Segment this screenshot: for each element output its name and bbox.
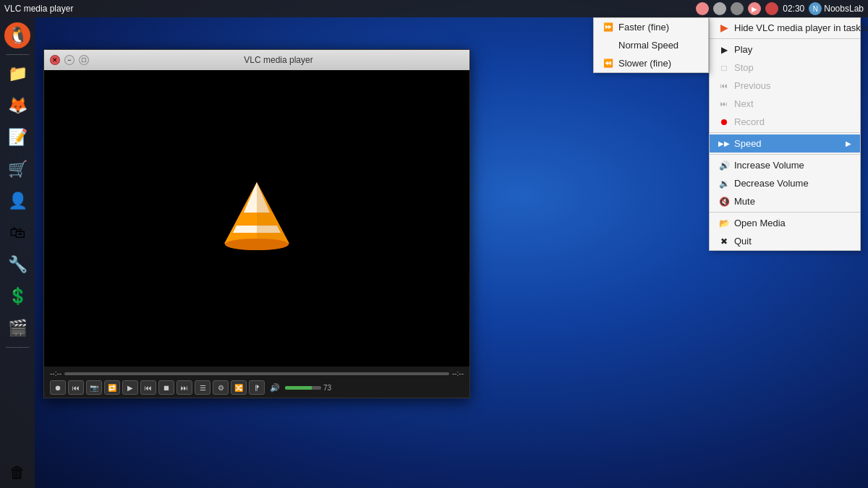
menu-item-decrease-volume-label: Decrease Volume: [734, 178, 809, 189]
vlc-titlebar: ✕ − □ VLC media player: [44, 50, 469, 70]
vlc-volume-icon: 🔊: [270, 383, 280, 393]
menu-item-record-label: Record: [734, 116, 765, 127]
sidebar-item-users[interactable]: 👤: [2, 186, 33, 216]
mute-icon: 🔇: [718, 197, 730, 207]
vlc-window-title: VLC media player: [93, 55, 464, 65]
menu-item-play-label: Play: [734, 44, 752, 55]
sidebar-item-software[interactable]: 🛒: [2, 154, 33, 184]
taskbar-title: VLC media player: [4, 4, 73, 14]
menu-item-slower-fine[interactable]: ⏪ Slower (fine): [594, 54, 708, 72]
tray-icon-5[interactable]: [765, 2, 778, 15]
menu-item-hide-label: Hide VLC media player in taskbar: [734, 22, 868, 33]
vlc-seekbar[interactable]: [64, 372, 449, 375]
menu-sep-3: [710, 154, 860, 155]
vlc-play-btn[interactable]: ▶: [122, 380, 138, 395]
previous-icon: ⏮: [718, 82, 730, 90]
vlc-video-area[interactable]: [44, 70, 469, 367]
menu-item-next[interactable]: ⏭ Next: [710, 95, 860, 113]
menu-item-decrease-volume[interactable]: 🔉 Decrease Volume: [710, 174, 860, 192]
sidebar-item-tools[interactable]: 🔧: [2, 249, 33, 280]
vlc-ext-btn[interactable]: ⚙: [213, 380, 229, 395]
stop-icon: □: [718, 63, 730, 73]
menu-item-normal-speed-label: Normal Speed: [618, 40, 678, 51]
next-icon: ⏭: [718, 100, 730, 108]
vlc-seekbar-row: --:-- --:--: [50, 369, 464, 377]
vlc-prev-frame-btn[interactable]: ⏮: [68, 380, 84, 395]
taskbar-top: VLC media player ▶ 02:30 N NoobsLab: [0, 0, 868, 17]
vlc-loop-btn[interactable]: 🔁: [104, 380, 120, 395]
menu-item-quit-label: Quit: [734, 236, 752, 247]
menu-item-record[interactable]: Record: [710, 113, 860, 131]
menu-item-normal-speed[interactable]: Normal Speed: [594, 36, 708, 54]
window-maximize-button[interactable]: □: [79, 55, 89, 65]
taskbar-user[interactable]: N NoobsLab: [809, 2, 864, 15]
record-icon: [718, 117, 730, 127]
increase-volume-icon: 🔊: [718, 160, 730, 171]
sidebar-item-trash[interactable]: 🗑: [9, 463, 25, 482]
vlc-stop-btn[interactable]: ⏹: [158, 380, 174, 395]
menu-item-speed[interactable]: ▶▶ Speed ▶: [710, 134, 860, 153]
sidebar-item-amazon[interactable]: 🛍: [2, 218, 33, 248]
menu-item-play[interactable]: ▶ Play: [710, 40, 860, 59]
menu-item-mute[interactable]: 🔇 Mute: [710, 192, 860, 210]
taskbar-time: 02:30: [783, 4, 804, 14]
vlc-time-left: --:--: [50, 369, 61, 377]
menu-item-open-media[interactable]: 📂 Open Media: [710, 214, 860, 232]
user-avatar: N: [809, 2, 822, 15]
menu-item-open-media-label: Open Media: [734, 218, 786, 228]
menu-item-stop-label: Stop: [734, 62, 754, 73]
username: NoobsLab: [824, 4, 864, 14]
vlc-prev-btn[interactable]: ⏮: [140, 380, 156, 395]
tray-icon-1[interactable]: [696, 2, 709, 15]
menu-item-slower-fine-label: Slower (fine): [618, 58, 671, 69]
menu-item-quit[interactable]: ✖ Quit: [710, 232, 860, 250]
menu-item-faster-fine-label: Faster (fine): [618, 22, 669, 33]
sidebar-item-office[interactable]: 📝: [2, 122, 33, 153]
slower-fine-icon: ⏪: [603, 59, 614, 68]
sidebar-item-vlc[interactable]: 🎬: [2, 313, 33, 343]
speed-icon: ▶▶: [718, 140, 730, 147]
taskbar-right: ▶ 02:30 N NoobsLab: [696, 2, 864, 15]
sidebar: 🐧 📁 🦊 📝 🛒 👤 🛍 🔧 💲 🎬 🗑: [0, 17, 35, 488]
faster-fine-icon: ⏩: [603, 22, 614, 32]
menu-sep-1: [710, 38, 860, 39]
svg-marker-3: [257, 182, 289, 244]
menu-item-previous[interactable]: ⏮ Previous: [710, 77, 860, 95]
tray-icon-3[interactable]: [731, 2, 744, 15]
tray-icon-2[interactable]: [713, 2, 726, 15]
sidebar-item-files[interactable]: 📁: [2, 59, 33, 89]
menu-item-increase-volume[interactable]: 🔊 Increase Volume: [710, 156, 860, 174]
menu-sep-4: [710, 212, 860, 213]
menu-item-mute-label: Mute: [734, 196, 755, 207]
vlc-playlist-btn[interactable]: ☰: [195, 380, 210, 395]
vlc-repeat-btn[interactable]: 🔀: [231, 380, 247, 395]
sidebar-item-ubuntu[interactable]: 🐧: [2, 20, 33, 51]
menu-item-next-label: Next: [734, 98, 754, 109]
vlc-volume-bar[interactable]: [285, 386, 321, 390]
open-media-icon: 📂: [718, 218, 730, 228]
play-icon: ▶: [718, 45, 730, 55]
menu-item-stop[interactable]: □ Stop: [710, 59, 860, 77]
menu-sep-2: [710, 132, 860, 133]
window-minimize-button[interactable]: −: [64, 55, 75, 65]
vlc-window: ✕ − □ VLC media player --:-- --:-- ⏺ ⏮: [43, 49, 470, 398]
menu-item-faster-fine[interactable]: ⏩ Faster (fine): [594, 18, 708, 36]
vlc-volume-pct: 73: [323, 384, 331, 392]
sidebar-item-dollar[interactable]: 💲: [2, 281, 33, 312]
quit-icon: ✖: [718, 236, 730, 247]
window-close-button[interactable]: ✕: [50, 55, 60, 65]
speed-submenu: ⏩ Faster (fine) Normal Speed ⏪ Slower (f…: [593, 17, 709, 73]
sidebar-item-firefox[interactable]: 🦊: [2, 90, 33, 121]
decrease-volume-icon: 🔉: [718, 179, 730, 189]
tray-icon-vlc[interactable]: ▶: [748, 2, 761, 15]
menu-item-hide[interactable]: ▶ Hide VLC media player in taskbar: [710, 18, 860, 37]
vlc-time-right: --:--: [452, 369, 464, 377]
vlc-toolbar-row: ⏺ ⏮ 📷 🔁 ▶ ⏮ ⏹ ⏭ ☰ ⚙ 🔀 ⁋ 🔊 73: [50, 380, 464, 395]
hide-icon: ▶: [718, 22, 730, 33]
vlc-record-btn[interactable]: ⏺: [50, 380, 66, 395]
vlc-next-btn[interactable]: ⏭: [176, 380, 192, 395]
tray-context-menu: ▶ Hide VLC media player in taskbar ▶ Pla…: [709, 17, 861, 251]
vlc-random-btn[interactable]: ⁋: [249, 380, 265, 395]
sidebar-divider-2: [6, 347, 29, 348]
vlc-snapshot-btn[interactable]: 📷: [86, 380, 102, 395]
